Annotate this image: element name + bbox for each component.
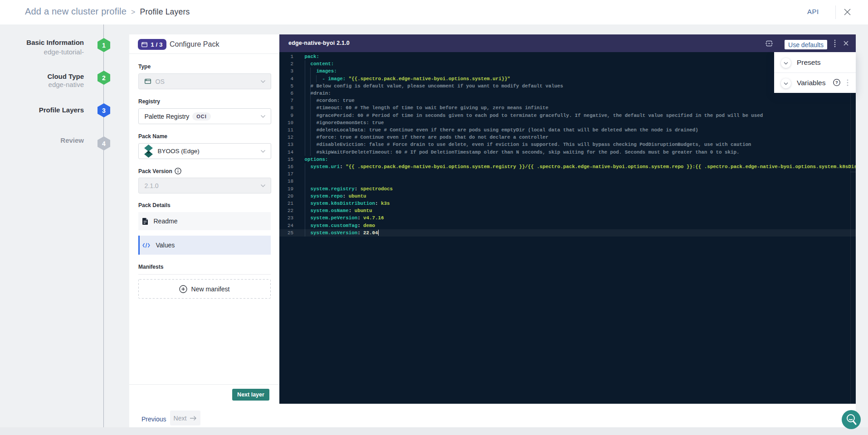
svg-text:?: ? xyxy=(835,80,838,85)
